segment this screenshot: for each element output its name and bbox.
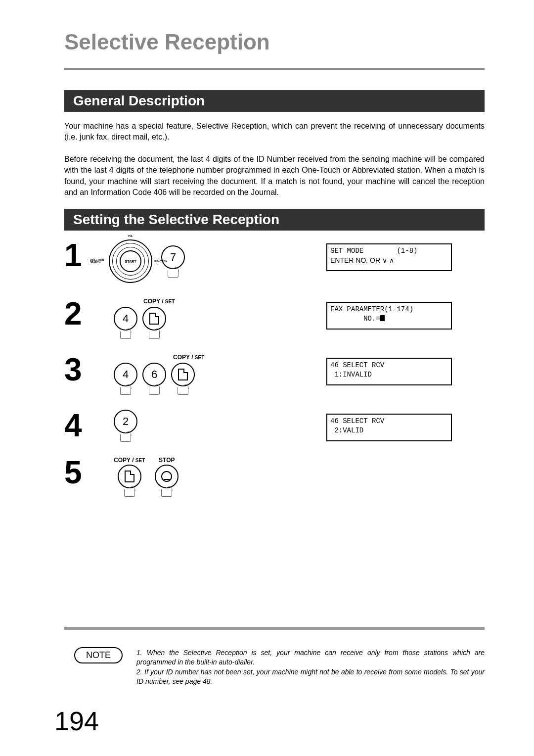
press-icon xyxy=(149,387,160,395)
press-icon xyxy=(149,331,160,339)
key-7-label: 7 xyxy=(161,245,185,269)
lcd-line: 2:VALID xyxy=(330,426,363,434)
step-1: 1 VOL DIRECTORYSEARCH FUNCTION START 7 xyxy=(64,239,485,283)
lcd-line: NO.= xyxy=(330,315,380,323)
cursor-icon xyxy=(380,315,385,321)
note-item-2: 2. If your ID number has not been set, y… xyxy=(136,667,485,687)
copy-set-icon xyxy=(178,369,188,380)
note-item-1: 1. When the Selective Reception is set, … xyxy=(136,648,485,667)
steps-list: 1 VOL DIRECTORYSEARCH FUNCTION START 7 xyxy=(64,239,485,497)
lcd-display-1: SET MODE (1-8) ENTER NO. OR ∨ ∧ xyxy=(326,243,452,271)
note-section: NOTE 1. When the Selective Reception is … xyxy=(74,648,485,687)
key-4-button: 4 xyxy=(114,363,137,395)
step-2: 2 COPY / SET 4 FAX PARAMETER(1-174) xyxy=(64,298,485,339)
copy-set-label: COPY / SET xyxy=(173,354,204,361)
set-button xyxy=(142,307,166,339)
step-number: 1 xyxy=(64,239,109,271)
set-button xyxy=(171,363,195,395)
dial-dirsearch-label: DIRECTORYSEARCH xyxy=(90,259,104,264)
press-icon xyxy=(161,489,172,497)
stop-label: STOP xyxy=(159,457,175,464)
title-rule xyxy=(64,68,485,70)
general-paragraph-2: Before receiving the document, the last … xyxy=(64,154,485,198)
dial-function-label: FUNCTION xyxy=(154,260,167,263)
key-4-label: 4 xyxy=(114,363,137,386)
note-badge: NOTE xyxy=(74,647,123,663)
lcd-line: 1:INVALID xyxy=(330,371,372,378)
step-number: 3 xyxy=(64,354,109,385)
step-number: 4 xyxy=(64,410,109,441)
copy-set-label: COPY / SET xyxy=(143,298,175,305)
step-4: 4 2 46 SELECT RCV 2:VALID xyxy=(64,410,485,442)
lcd-line: 46 SELECT RCV xyxy=(330,417,384,425)
copy-set-icon xyxy=(125,471,134,482)
section-heading-setting: Setting the Selective Reception xyxy=(64,209,485,231)
footer-rule xyxy=(64,627,485,630)
page: Selective Reception General Description … xyxy=(0,0,534,756)
key-6-label: 6 xyxy=(142,363,166,386)
function-dial-icon: START xyxy=(109,239,152,283)
stop-icon xyxy=(161,471,172,482)
step-5: 5 COPY / SET STOP xyxy=(64,457,485,497)
page-number: 194 xyxy=(54,706,99,736)
start-button-label: START xyxy=(120,250,141,272)
copy-set-icon xyxy=(149,313,159,325)
key-4-button: 4 xyxy=(114,307,137,339)
lcd-display-4: 46 SELECT RCV 2:VALID xyxy=(326,414,452,441)
step-3: 3 COPY / SET 4 6 xyxy=(64,354,485,395)
note-list: 1. When the Selective Reception is set, … xyxy=(136,648,485,687)
lcd-line: FAX PARAMETER(1-174) xyxy=(330,305,413,313)
key-2-button: 2 xyxy=(114,410,137,442)
lcd-line: 46 SELECT RCV xyxy=(330,361,384,369)
press-icon xyxy=(178,387,188,395)
lcd-line: SET MODE (1-8) xyxy=(330,247,417,255)
lcd-display-2: FAX PARAMETER(1-174) NO.= xyxy=(326,302,452,330)
dial-vol-label: VOL xyxy=(128,235,133,237)
lcd-display-3: 46 SELECT RCV 1:INVALID xyxy=(326,358,452,385)
step-number: 2 xyxy=(64,298,109,330)
press-icon xyxy=(120,434,131,442)
lcd-line: ENTER NO. OR ∨ ∧ xyxy=(330,256,394,264)
section-heading-general: General Description xyxy=(64,90,485,112)
press-icon xyxy=(120,387,131,395)
copy-set-label: COPY / SET xyxy=(114,457,145,464)
key-4-label: 4 xyxy=(114,307,137,331)
press-icon xyxy=(120,331,131,339)
stop-button xyxy=(155,465,178,497)
page-title: Selective Reception xyxy=(64,30,485,54)
press-icon xyxy=(124,489,135,497)
key-6-button: 6 xyxy=(142,363,166,395)
set-button xyxy=(118,465,141,497)
press-icon xyxy=(168,270,178,278)
general-paragraph-1: Your machine has a special feature, Sele… xyxy=(64,121,485,143)
step-number: 5 xyxy=(64,457,109,488)
key-2-label: 2 xyxy=(114,410,137,433)
